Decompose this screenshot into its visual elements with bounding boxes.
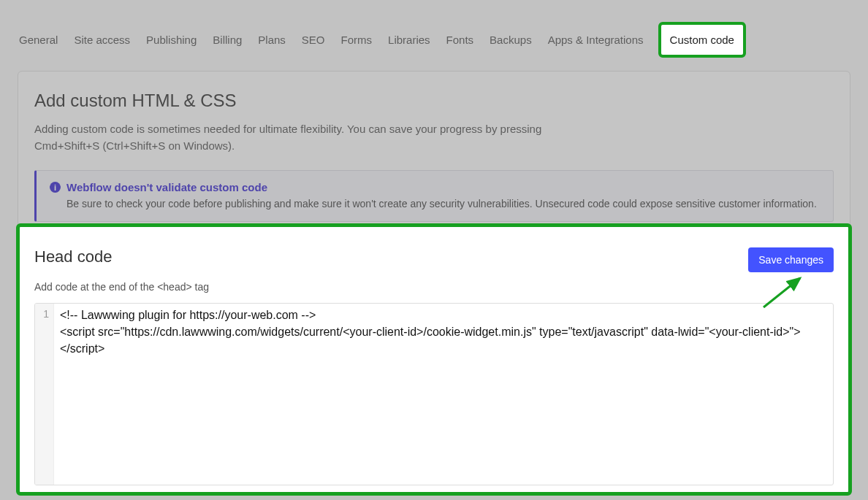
- validation-notice: i Webflow doesn't validate custom code B…: [34, 170, 834, 222]
- info-icon: i: [50, 182, 61, 193]
- tab-general[interactable]: General: [18, 26, 59, 53]
- head-code-title: Head code: [34, 247, 112, 266]
- tab-backups[interactable]: Backups: [488, 26, 533, 53]
- tab-plans[interactable]: Plans: [256, 26, 287, 53]
- tab-fonts[interactable]: Fonts: [445, 26, 476, 53]
- tab-libraries[interactable]: Libraries: [387, 26, 432, 53]
- tab-seo[interactable]: SEO: [300, 26, 327, 53]
- tab-billing[interactable]: Billing: [211, 26, 243, 53]
- head-code-hint: Add code at the end of the <head> tag: [34, 281, 834, 293]
- notice-body: Be sure to check your code before publis…: [50, 198, 820, 209]
- panel-description: Adding custom code is sometimes needed f…: [34, 121, 560, 154]
- tab-publishing[interactable]: Publishing: [145, 26, 198, 53]
- code-editor[interactable]: 1 <!-- Lawwwing plugin for https://your-…: [34, 303, 834, 485]
- tab-site-access[interactable]: Site access: [72, 26, 132, 53]
- tab-apps-integrations[interactable]: Apps & Integrations: [547, 26, 645, 53]
- panel-title: Add custom HTML & CSS: [34, 91, 834, 111]
- editor-gutter: 1: [35, 304, 54, 485]
- editor-content[interactable]: <!-- Lawwwing plugin for https://your-we…: [54, 304, 833, 485]
- notice-title-text: Webflow doesn't validate custom code: [66, 181, 267, 193]
- tab-custom-code[interactable]: Custom code: [658, 22, 746, 58]
- settings-tabs: General Site access Publishing Billing P…: [18, 22, 850, 58]
- tab-forms[interactable]: Forms: [340, 26, 374, 53]
- save-changes-button[interactable]: Save changes: [748, 247, 834, 272]
- head-code-section: Head code Save changes Add code at the e…: [16, 223, 852, 496]
- custom-code-panel: Add custom HTML & CSS Adding custom code…: [18, 71, 850, 239]
